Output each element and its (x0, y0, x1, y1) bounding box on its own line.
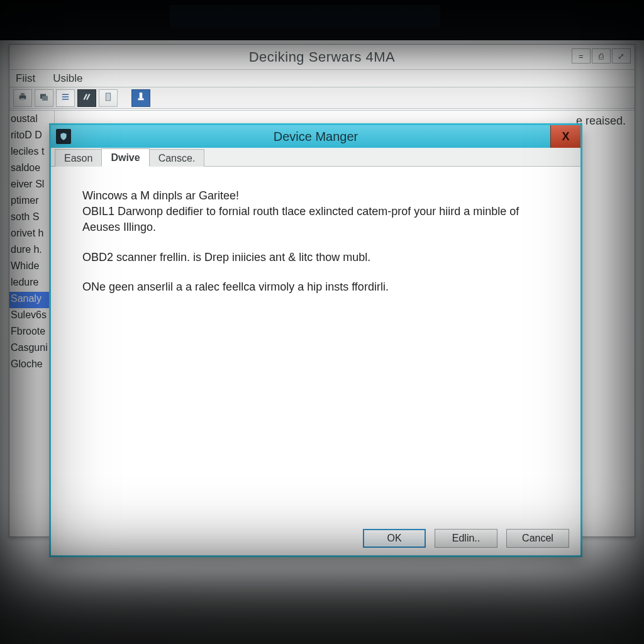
toolbar (9, 87, 635, 109)
list-item[interactable]: dure h. (9, 243, 54, 259)
dialog-title: Device Manger (274, 130, 358, 144)
svg-rect-2 (21, 98, 25, 101)
list-item[interactable]: saldoe (9, 161, 54, 177)
dialog-text: Wincows a M dinpls ar Garitee!OBIL1 Darw… (82, 188, 548, 236)
menu-item-usible[interactable]: Usible (53, 72, 82, 85)
tab-eason[interactable]: Eason (55, 149, 102, 167)
device-manager-dialog: Device Manger X EasonDwiveCansce. Wincow… (49, 123, 582, 557)
list-item[interactable]: ritoD D (9, 128, 54, 145)
svg-rect-11 (140, 92, 143, 98)
svg-rect-10 (106, 93, 111, 101)
toolbar-btn-3[interactable] (56, 89, 75, 107)
svg-line-9 (87, 94, 90, 99)
dialog-button-row: OK Edlin.. Cancel (363, 529, 569, 548)
stack-icon (38, 91, 50, 105)
marker-icon (135, 91, 147, 105)
doc-icon (103, 91, 114, 105)
list-item[interactable]: orivet h (9, 226, 54, 243)
dialog-text: ONe geen anserlil a a ralec feellca virm… (82, 279, 548, 295)
menu-bar: Fiist Usible (9, 70, 635, 87)
list-item[interactable]: oustal (9, 112, 54, 128)
cancel-button[interactable]: Cancel (506, 529, 569, 548)
edlin-button[interactable]: Edlin.. (435, 529, 497, 548)
tab-dwive[interactable]: Dwive (101, 148, 149, 167)
tab-cansce[interactable]: Cansce. (149, 149, 205, 167)
toolbar-btn-5[interactable] (99, 89, 118, 107)
list-item[interactable]: eiver Sl (9, 177, 54, 194)
main-window-titlebar: Deciking Serwars 4MA = ⎙ ⤢ (9, 45, 635, 70)
list-item[interactable]: soth S (9, 210, 54, 226)
toolbar-btn-2[interactable] (35, 89, 53, 107)
monitor-reflection (170, 5, 440, 28)
list-item[interactable]: ptimer (9, 194, 54, 210)
toolbar-btn-4[interactable] (77, 89, 96, 107)
list-item[interactable]: Fbroote (9, 325, 54, 341)
main-window-sysbuttons: = ⎙ ⤢ (572, 48, 631, 64)
toolbar-btn-6[interactable] (131, 89, 150, 107)
dialog-text: OBD2 scanner frellin. is Drep iniicies a… (82, 250, 548, 265)
slash-icon (81, 91, 92, 105)
list-item[interactable]: ledure (9, 275, 54, 292)
side-list[interactable]: oustalritoD Dleciles tsaldoeeiver Slptim… (9, 111, 55, 536)
tabstrip: EasonDwiveCansce. (51, 148, 580, 167)
list-item[interactable]: Casguni (9, 341, 54, 357)
menu-item-fiist[interactable]: Fiist (16, 72, 35, 85)
close-button[interactable]: X (550, 125, 580, 148)
sysbutton-b[interactable]: ⎙ (592, 48, 611, 64)
toolbar-btn-1[interactable] (13, 89, 32, 107)
dialog-body: Wincows a M dinpls ar Garitee!OBIL1 Darw… (55, 170, 577, 521)
list-item[interactable]: Sulev6s (9, 308, 54, 325)
dialog-titlebar[interactable]: Device Manger X (51, 125, 580, 148)
list-item[interactable]: Sanaly (9, 292, 54, 308)
list-item[interactable]: leciles t (9, 145, 54, 161)
sysbutton-c[interactable]: ⤢ (612, 48, 631, 64)
list-icon (60, 91, 71, 105)
main-window-title: Deciking Serwars 4MA (249, 49, 396, 65)
sysbutton-a[interactable]: = (572, 48, 591, 64)
svg-rect-1 (21, 93, 25, 96)
trailing-text: e reaised. (576, 114, 626, 128)
shield-icon (56, 129, 71, 144)
svg-rect-4 (42, 96, 48, 101)
list-item[interactable]: Whide (9, 259, 54, 275)
ok-button[interactable]: OK (363, 529, 426, 548)
printer-icon (17, 91, 28, 105)
close-icon: X (562, 130, 569, 143)
list-item[interactable]: Gloche (9, 357, 54, 374)
svg-rect-12 (138, 98, 144, 100)
svg-line-8 (84, 94, 87, 99)
